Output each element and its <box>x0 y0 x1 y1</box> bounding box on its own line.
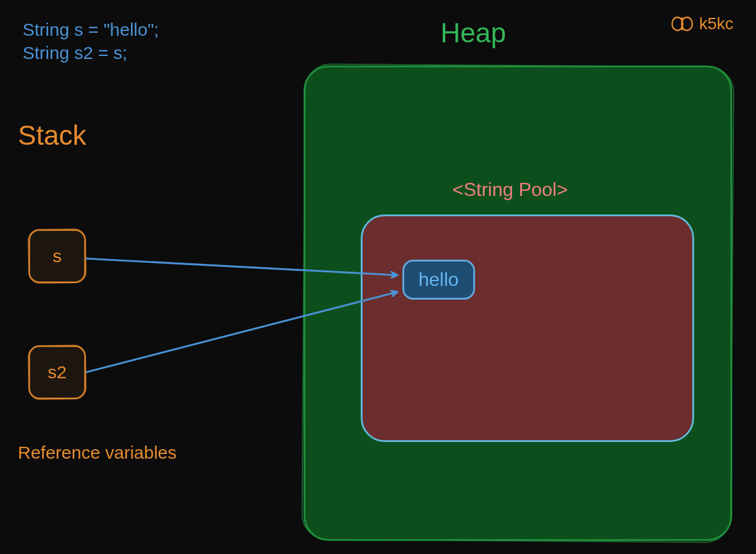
string-object-hello: hello <box>402 260 475 300</box>
code-line-2: String s2 = s; <box>23 43 127 63</box>
brand-logo: k5kc <box>670 14 733 33</box>
stack-var-s2-label: s2 <box>48 362 67 382</box>
brand-text: k5kc <box>699 14 733 33</box>
string-pool-region <box>361 214 694 442</box>
stack-var-s-label: s <box>53 246 62 266</box>
diagram-canvas: String s = "hello"; String s2 = s; Stack… <box>0 0 756 554</box>
reference-variables-label: Reference variables <box>18 443 177 463</box>
heap-title: Heap <box>441 17 506 49</box>
code-line-1: String s = "hello"; <box>23 20 159 39</box>
code-snippet: String s = "hello"; String s2 = s; <box>23 18 159 64</box>
string-object-hello-value: hello <box>418 269 459 290</box>
stack-title: Stack <box>18 119 86 151</box>
butterfly-icon <box>670 15 694 32</box>
stack-var-s2: s2 <box>29 346 86 399</box>
stack-var-s: s <box>29 229 86 283</box>
string-pool-label: <String Pool> <box>452 179 568 201</box>
